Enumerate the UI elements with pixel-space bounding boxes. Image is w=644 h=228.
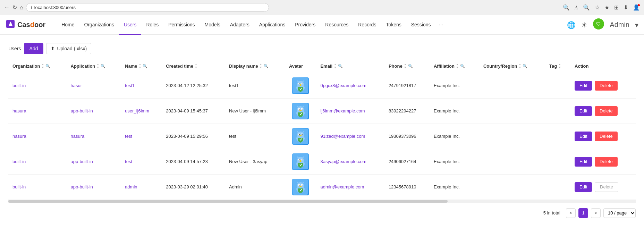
svg-text:🛡: 🛡 <box>596 21 601 27</box>
svg-point-33 <box>299 159 300 160</box>
nav-providers[interactable]: Providers <box>290 15 320 35</box>
nav-tokens[interactable]: Tokens <box>381 15 406 35</box>
home-icon[interactable]: ⌂ <box>20 5 23 11</box>
page-size-select[interactable]: 10 / page 20 / page 50 / page <box>603 208 636 218</box>
browser-grid-icon[interactable]: ⊞ <box>614 4 619 11</box>
browser-search-icon[interactable]: 🔍 <box>563 4 570 11</box>
edit-button[interactable]: Edit <box>575 81 592 91</box>
svg-point-10 <box>302 83 303 84</box>
table-row: built-in hasur test1 2023-04-12 12:25:32… <box>8 73 636 98</box>
name-filter[interactable]: 🔍 <box>143 64 147 68</box>
tag-sort[interactable]: ▲▼ <box>558 63 561 69</box>
cell-email: admin@example.com <box>316 174 384 200</box>
nav-users[interactable]: Users <box>119 15 142 35</box>
cell-action: Edit Delete <box>570 149 636 174</box>
svg-point-43 <box>299 186 302 187</box>
country-filter[interactable]: 🔍 <box>523 64 527 68</box>
user-menu-chevron[interactable]: ▾ <box>635 21 638 29</box>
email-sort[interactable]: ▲▼ <box>334 63 337 69</box>
nav-adapters[interactable]: Adapters <box>225 15 254 35</box>
app-header: ♟ Casdoor Home Organizations Users Roles… <box>0 15 644 35</box>
app-sort[interactable]: ▲▼ <box>96 63 99 69</box>
col-email: Email ▲▼ 🔍 <box>316 60 384 73</box>
svg-point-35 <box>299 160 302 162</box>
nav-resources[interactable]: Resources <box>320 15 353 35</box>
cell-phone: 24906027164 <box>384 149 430 174</box>
phone-sort[interactable]: ▲▼ <box>404 63 407 69</box>
nav-permissions[interactable]: Permissions <box>163 15 200 35</box>
table-header-row: Organization ▲▼ 🔍 Application ▲▼ 🔍 <box>8 60 636 73</box>
email-filter[interactable]: 🔍 <box>338 64 343 68</box>
upload-button[interactable]: ⬆ Upload (.xlsx) <box>46 43 91 54</box>
add-button[interactable]: Add <box>24 43 44 54</box>
nav-applications[interactable]: Applications <box>254 15 290 35</box>
org-filter[interactable]: 🔍 <box>45 64 50 68</box>
cell-country-region <box>479 124 545 149</box>
delete-button[interactable]: Delete <box>595 132 618 141</box>
browser-font-icon[interactable]: 𝐴 <box>575 5 578 11</box>
display-sort[interactable]: ▲▼ <box>260 63 262 69</box>
globe-icon[interactable]: 🌐 <box>567 21 576 29</box>
nav-home[interactable]: Home <box>57 15 79 35</box>
scroll-indicator[interactable] <box>8 200 636 203</box>
edit-button[interactable]: Edit <box>575 106 592 116</box>
cell-name: admin <box>121 174 162 200</box>
cell-tag <box>545 124 570 149</box>
col-country-region: Country/Region ▲▼ 🔍 <box>479 60 545 73</box>
col-action: Action <box>570 60 636 73</box>
svg-point-11 <box>299 84 302 86</box>
cell-avatar <box>285 98 316 124</box>
cell-email: ij6lmm@example.com <box>316 98 384 124</box>
browser-user-icon[interactable]: 👤 <box>633 4 640 11</box>
cell-avatar <box>285 73 316 98</box>
name-sort[interactable]: ▲▼ <box>139 63 142 69</box>
next-page-button[interactable]: > <box>591 208 601 218</box>
cell-display-name: Admin <box>225 174 285 200</box>
nav-more[interactable]: ··· <box>436 21 447 28</box>
browser-download-icon[interactable]: ⬇ <box>624 4 628 11</box>
users-table: Organization ▲▼ 🔍 Application ▲▼ 🔍 <box>8 60 636 200</box>
affil-sort[interactable]: ▲▼ <box>456 63 459 69</box>
nav-models[interactable]: Models <box>200 15 225 35</box>
prev-page-button[interactable]: < <box>566 208 576 218</box>
country-sort[interactable]: ▲▼ <box>518 63 521 69</box>
phone-filter[interactable]: 🔍 <box>408 64 413 68</box>
page-1-button[interactable]: 1 <box>578 208 588 218</box>
cell-action: Edit Delete <box>570 73 636 98</box>
cell-name: test <box>121 124 162 149</box>
cell-action: Edit Delete <box>570 124 636 149</box>
address-bar[interactable]: ℹ localhost:8000/users <box>26 3 269 12</box>
browser-zoom-icon[interactable]: 🔍 <box>583 4 590 11</box>
edit-button[interactable]: Edit <box>575 182 592 192</box>
app-avatar-icon[interactable]: 🛡 <box>593 18 604 31</box>
theme-icon[interactable]: ☀ <box>581 21 587 29</box>
app-filter[interactable]: 🔍 <box>101 64 105 68</box>
nav-organizations[interactable]: Organizations <box>79 15 119 35</box>
logo-icon: ♟ <box>6 19 15 31</box>
browser-bookmark-icon[interactable]: ★ <box>604 4 609 11</box>
refresh-icon[interactable]: ↻ <box>12 4 17 11</box>
delete-button[interactable]: Delete <box>595 106 618 116</box>
affil-filter[interactable]: 🔍 <box>460 64 465 68</box>
org-sort[interactable]: ▲▼ <box>41 63 44 69</box>
table-row: built-in app-built-in test 2023-04-09 14… <box>8 149 636 174</box>
cell-avatar <box>285 124 316 149</box>
col-phone: Phone ▲▼ 🔍 <box>384 60 430 73</box>
display-filter[interactable]: 🔍 <box>264 64 269 68</box>
delete-button[interactable]: Delete <box>595 81 618 91</box>
time-sort[interactable]: ▲▼ <box>195 63 197 69</box>
edit-button[interactable]: Edit <box>575 157 592 167</box>
delete-button[interactable]: Delete <box>595 157 618 167</box>
browser-star-icon[interactable]: ☆ <box>595 4 600 11</box>
nav-sessions[interactable]: Sessions <box>406 15 436 35</box>
svg-point-41 <box>299 185 300 185</box>
cell-tag <box>545 149 570 174</box>
nav-roles[interactable]: Roles <box>141 15 163 35</box>
edit-button[interactable]: Edit <box>575 132 592 141</box>
nav-records[interactable]: Records <box>353 15 381 35</box>
cell-tag <box>545 73 570 98</box>
col-affiliation: Affiliation ▲▼ 🔍 <box>430 60 479 73</box>
page-content: Users Add ⬆ Upload (.xlsx) Organization … <box>0 35 644 223</box>
back-icon[interactable]: ← <box>4 5 10 11</box>
cell-display-name: test <box>225 124 285 149</box>
